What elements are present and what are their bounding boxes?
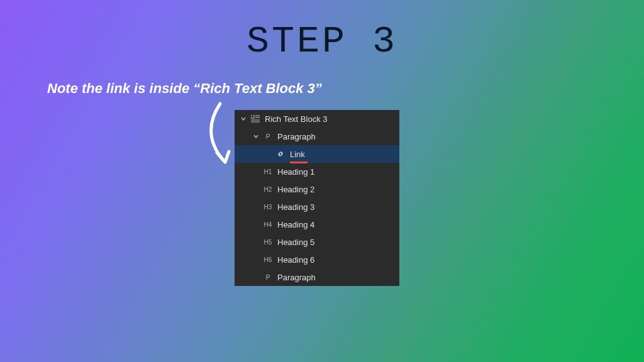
tree-row-label: Heading 5 — [277, 238, 314, 247]
tree-row-label: Paragraph — [277, 132, 316, 141]
tree-row-heading-5[interactable]: H5 Heading 5 — [235, 233, 399, 251]
tree-row-paragraph[interactable]: P Paragraph — [235, 268, 399, 286]
heading-3-icon: H3 — [262, 202, 274, 211]
tree-row-label: Link — [290, 150, 305, 159]
heading-4-icon: H4 — [262, 220, 274, 229]
annotation-underline — [290, 162, 308, 163]
heading-6-icon: H6 — [262, 255, 274, 264]
tree-row-label: Heading 2 — [277, 185, 314, 194]
tree-row-heading-3[interactable]: H3 Heading 3 — [235, 198, 399, 216]
heading-5-icon: H5 — [262, 238, 274, 246]
tree-row-paragraph-parent[interactable]: P Paragraph — [235, 128, 399, 145]
paragraph-icon: P — [262, 132, 274, 141]
link-icon — [275, 150, 286, 158]
tree-row-label: Rich Text Block 3 — [265, 114, 327, 124]
tree-row-label: Paragraph — [277, 273, 316, 282]
chevron-down-icon[interactable] — [252, 133, 260, 140]
tree-row-label: Heading 3 — [277, 202, 314, 212]
rich-text-block-icon — [250, 114, 261, 123]
svg-rect-0 — [251, 115, 254, 118]
step-title: STEP 3 — [0, 0, 644, 63]
tree-row-label: Heading 4 — [277, 220, 314, 229]
heading-2-icon: H2 — [262, 185, 274, 194]
tree-row-heading-4[interactable]: H4 Heading 4 — [235, 216, 399, 233]
tree-row-link[interactable]: Link — [235, 145, 399, 163]
tree-row-heading-2[interactable]: H2 Heading 2 — [235, 180, 399, 198]
paragraph-icon: P — [262, 273, 274, 282]
tree-row-rich-text-block[interactable]: Rich Text Block 3 — [235, 110, 399, 128]
tree-row-label: Heading 6 — [277, 255, 314, 265]
chevron-down-icon[interactable] — [240, 115, 247, 123]
tree-row-label: Heading 1 — [277, 167, 314, 177]
annotation-text: Note the link is inside “Rich Text Block… — [47, 80, 322, 97]
tree-row-heading-6[interactable]: H6 Heading 6 — [235, 251, 399, 268]
heading-1-icon: H1 — [262, 167, 274, 176]
navigator-panel: Rich Text Block 3 P Paragraph Link H1 He… — [235, 110, 399, 286]
tree-row-heading-1[interactable]: H1 Heading 1 — [235, 163, 399, 180]
